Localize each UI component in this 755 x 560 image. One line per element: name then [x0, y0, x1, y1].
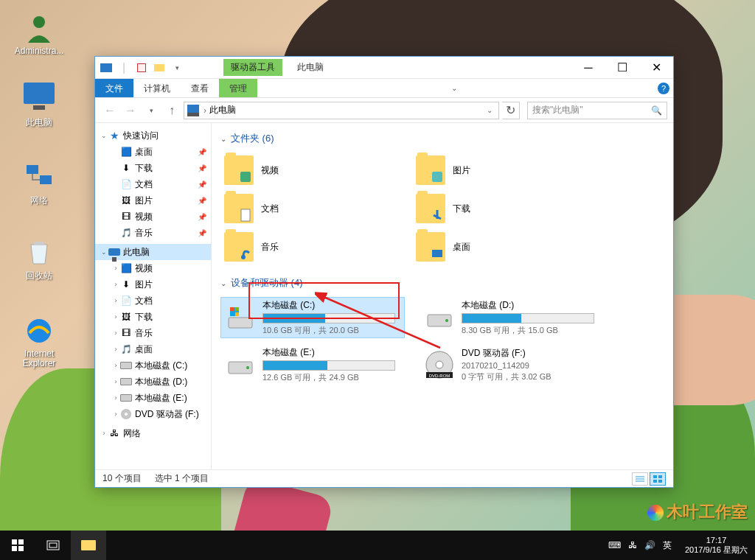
navpane-quick-item[interactable]: 📄 文档📌 — [95, 176, 211, 192]
help-button[interactable]: ? — [654, 79, 673, 97]
navpane-thispc-item[interactable]: › ⬇ 图片 — [95, 276, 211, 293]
content-pane[interactable]: ⌄ 文件夹 (6) 视频 图片 文档 下载 — [212, 123, 673, 469]
ribbon-expand[interactable]: ⌄ — [445, 79, 464, 97]
maximize-button[interactable]: ☐ — [605, 57, 639, 79]
desktop-icon-network[interactable]: 网络 — [10, 161, 68, 207]
svg-rect-14 — [230, 312, 234, 316]
ime-indicator[interactable]: 英 — [663, 539, 672, 552]
desktop-icon-ie[interactable]: Internet Explorer — [10, 315, 68, 368]
tab-file[interactable]: 文件 — [95, 79, 133, 97]
chevron-right-icon[interactable]: › — [100, 430, 108, 437]
system-tray[interactable]: ⌨ 🖧 🔊 英 — [602, 539, 678, 552]
navpane-thispc-item[interactable]: › DVD 驱动器 (F:) — [95, 406, 211, 422]
navpane-quick-item[interactable]: 🟦 桌面📌 — [95, 144, 211, 160]
desktop-icon-label: 回收站 — [10, 270, 68, 282]
drive-item[interactable]: DVD-ROM DVD 驱动器 (F:) 20170210_114209 0 字… — [420, 344, 604, 385]
navpane-quickaccess[interactable]: ⌄ ★ 快速访问 — [95, 127, 211, 144]
chevron-right-icon[interactable]: › — [111, 281, 120, 288]
section-folders[interactable]: ⌄ 文件夹 (6) — [220, 132, 664, 145]
drive-item[interactable]: 本地磁盘 (C:) 10.6 GB 可用，共 20.0 GB — [220, 297, 405, 338]
desktop-icon-recyclebin[interactable]: 回收站 — [10, 236, 68, 282]
chevron-right-icon[interactable]: › — [111, 265, 120, 272]
navpane-thispc-item[interactable]: › 本地磁盘 (D:) — [95, 374, 211, 390]
taskbar-clock[interactable]: 17:17 2017/9/16 星期六 — [678, 536, 755, 555]
chevron-right-icon[interactable]: › — [111, 297, 120, 304]
desktop-icon-label: Administra... — [10, 46, 68, 56]
taskbar-explorer[interactable] — [71, 531, 106, 560]
app-icon[interactable] — [98, 60, 114, 76]
navpane-quick-item[interactable]: 🖼 图片📌 — [95, 192, 211, 209]
navpane-quick-item[interactable]: 🎵 音乐📌 — [95, 225, 211, 241]
navpane-thispc-item[interactable]: › 📄 文档 — [95, 293, 211, 309]
folder-item[interactable]: 视频 — [220, 153, 390, 188]
desktop-icon-user[interactable]: Administra... — [10, 12, 68, 56]
address-dropdown[interactable]: ⌄ — [484, 106, 495, 114]
taskbar[interactable]: ⌨ 🖧 🔊 英 17:17 2017/9/16 星期六 — [0, 531, 755, 560]
tab-computer[interactable]: 计算机 — [133, 79, 181, 97]
item-icon — [120, 376, 132, 388]
touchkeyboard-icon[interactable]: ⌨ — [608, 540, 621, 550]
tab-view[interactable]: 查看 — [181, 79, 219, 97]
refresh-button[interactable]: ↻ — [502, 102, 520, 119]
folder-item[interactable]: 文档 — [220, 191, 390, 226]
pin-icon: 📌 — [198, 213, 211, 221]
chevron-down-icon: ⌄ — [220, 135, 226, 143]
folder-item[interactable]: 下载 — [412, 191, 582, 226]
volume-icon[interactable]: 🔊 — [644, 540, 655, 550]
drive-item[interactable]: 本地磁盘 (E:) 12.6 GB 可用，共 24.9 GB — [220, 344, 405, 385]
svg-rect-30 — [653, 480, 657, 483]
svg-rect-9 — [432, 250, 442, 257]
folder-icon — [416, 194, 445, 223]
up-button[interactable]: ↑ — [163, 102, 181, 119]
navpane-thispc-item[interactable]: › 本地磁盘 (E:) — [95, 390, 211, 406]
recent-dropdown[interactable]: ▾ — [142, 102, 160, 119]
navigation-pane[interactable]: ⌄ ★ 快速访问 🟦 桌面📌 ⬇ 下载📌 📄 文档📌 🖼 图片📌 🎞 视频📌 🎵… — [95, 123, 212, 469]
address-bar[interactable]: › 此电脑 ⌄ — [184, 102, 499, 119]
properties-button[interactable] — [133, 60, 150, 76]
navpane-thispc-item[interactable]: › 🎞 音乐 — [95, 325, 211, 341]
drive-item[interactable]: 本地磁盘 (D:) 8.30 GB 可用，共 15.0 GB — [420, 297, 604, 338]
start-button[interactable] — [0, 531, 35, 560]
navpane-thispc-item[interactable]: › 本地磁盘 (C:) — [95, 357, 211, 374]
chevron-right-icon[interactable]: › — [111, 346, 120, 353]
chevron-right-icon[interactable]: › — [111, 313, 120, 321]
navpane-thispc[interactable]: ⌄ 此电脑 — [95, 244, 211, 260]
explorer-window: | ▾ 驱动器工具 此电脑 ─ ☐ ✕ 文件 计算机 查看 管理 ⌄ ? ← →… — [94, 56, 674, 488]
folder-item[interactable]: 图片 — [412, 153, 582, 188]
minimize-button[interactable]: ─ — [571, 57, 605, 79]
svg-point-8 — [241, 255, 246, 259]
navpane-thispc-item[interactable]: › 🟦 视频 — [95, 260, 211, 276]
qat-dropdown[interactable]: ▾ — [169, 60, 185, 76]
taskview-button[interactable] — [35, 531, 71, 560]
desktop-icon-thispc[interactable]: 此电脑 — [10, 83, 68, 129]
navpane-thispc-item[interactable]: › 🎵 桌面 — [95, 341, 211, 357]
item-icon: 📄 — [120, 178, 132, 190]
navpane-network[interactable]: › 🖧 网络 — [95, 425, 211, 441]
titlebar[interactable]: | ▾ 驱动器工具 此电脑 ─ ☐ ✕ — [95, 57, 673, 79]
view-details-button[interactable] — [632, 472, 648, 486]
address-segment[interactable]: 此电脑 — [209, 104, 236, 116]
view-tiles-button[interactable] — [650, 472, 666, 486]
tab-manage[interactable]: 管理 — [219, 79, 257, 97]
tray-network-icon[interactable]: 🖧 — [628, 540, 637, 550]
back-button[interactable]: ← — [101, 102, 119, 119]
chevron-right-icon[interactable]: › — [111, 329, 120, 337]
chevron-down-icon[interactable]: ⌄ — [100, 248, 108, 256]
close-button[interactable]: ✕ — [639, 57, 673, 79]
navpane-quick-item[interactable]: 🎞 视频📌 — [95, 209, 211, 225]
svg-rect-32 — [12, 539, 17, 545]
navpane-thispc-item[interactable]: › 🖼 下载 — [95, 309, 211, 325]
newfolder-button[interactable] — [151, 60, 167, 76]
chevron-right-icon[interactable]: › — [111, 394, 120, 402]
chevron-down-icon[interactable]: ⌄ — [100, 132, 108, 139]
search-input[interactable]: 搜索"此电脑" 🔍 — [527, 102, 667, 119]
forward-button[interactable]: → — [122, 102, 139, 119]
section-drives[interactable]: ⌄ 设备和驱动器 (4) — [220, 276, 664, 290]
chevron-right-icon[interactable]: › — [111, 378, 120, 385]
folder-item[interactable]: 音乐 — [220, 229, 390, 265]
svg-rect-33 — [18, 539, 24, 545]
chevron-right-icon[interactable]: › — [111, 362, 120, 369]
navpane-quick-item[interactable]: ⬇ 下载📌 — [95, 160, 211, 176]
chevron-right-icon[interactable]: › — [111, 410, 120, 418]
folder-item[interactable]: 桌面 — [412, 229, 582, 265]
